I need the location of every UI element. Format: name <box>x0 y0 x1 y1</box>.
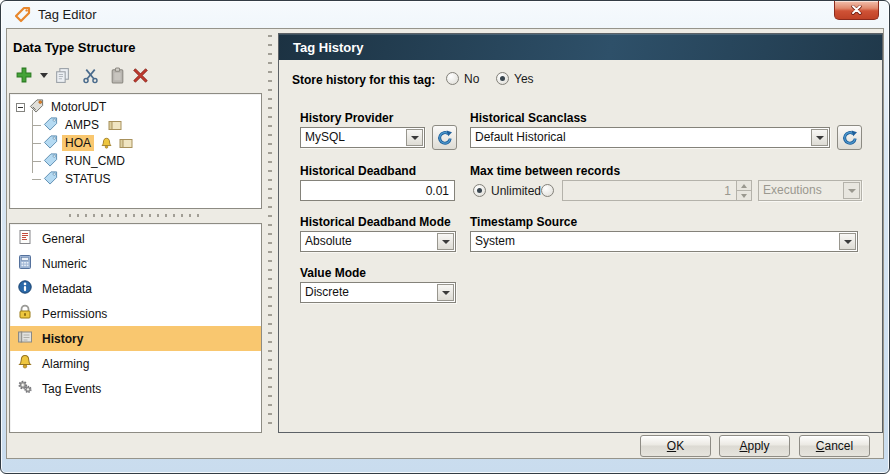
max-records-count-spinner[interactable]: 1 <box>562 180 752 201</box>
refresh-scanclasses-button[interactable] <box>837 125 862 150</box>
value-mode-label: Value Mode <box>300 266 366 280</box>
tree-item-label-selected: HOA <box>62 135 94 151</box>
chevron-down-icon[interactable] <box>839 233 856 250</box>
history-scroll-icon <box>119 137 133 150</box>
scissors-icon[interactable] <box>79 64 101 86</box>
data-type-tree[interactable]: MotorUDT AMPS HOA RUN_CMD STATUS <box>9 93 262 209</box>
add-tag-button[interactable] <box>13 64 35 86</box>
udt-tag-icon <box>29 98 44 116</box>
dialog-content: Data Type Structure <box>6 28 884 459</box>
sidebar-item-label: Alarming <box>42 357 89 371</box>
history-scroll-icon <box>108 119 122 132</box>
vertical-splitter[interactable] <box>268 35 272 430</box>
historical-deadband-label: Historical Deadband <box>300 164 416 178</box>
sidebar-item-general[interactable]: General <box>10 226 261 251</box>
tag-icon <box>43 152 58 170</box>
sidebar-item-label: Permissions <box>42 307 107 321</box>
historical-scanclass-select[interactable]: Default Historical <box>470 127 830 148</box>
historical-scanclass-value: Default Historical <box>471 128 810 147</box>
tree-connector <box>32 161 41 162</box>
paste-icon[interactable] <box>106 64 128 86</box>
history-provider-label: History Provider <box>300 111 393 125</box>
value-mode-select[interactable]: Discrete <box>300 282 456 303</box>
deadband-mode-select[interactable]: Absolute <box>300 231 456 252</box>
tag-history-form: Store history for this tag: No Yes Histo… <box>279 60 882 432</box>
sidebar-item-tag-events[interactable]: Tag Events <box>10 376 261 401</box>
tree-connector <box>32 179 41 180</box>
tree-connector <box>32 125 41 126</box>
tag-icon <box>43 170 58 188</box>
tree-item-status[interactable]: STATUS <box>43 170 114 188</box>
titlebar[interactable]: Tag Editor <box>1 1 889 28</box>
timestamp-source-label: Timestamp Source <box>470 215 577 229</box>
chevron-down-icon[interactable] <box>811 129 828 146</box>
delete-x-icon[interactable] <box>129 64 151 86</box>
tree-item-label: STATUS <box>62 171 114 187</box>
history-scroll-icon <box>17 329 33 348</box>
tree-connector <box>32 143 41 144</box>
tree-collapse-icon[interactable] <box>16 103 25 112</box>
deadband-mode-label: Historical Deadband Mode <box>300 215 451 229</box>
apply-button[interactable]: Apply <box>719 435 790 457</box>
tag-editor-window: Tag Editor Data Type Structure <box>0 0 890 474</box>
refresh-providers-button[interactable] <box>432 125 457 150</box>
sidebar-item-numeric[interactable]: Numeric <box>10 251 261 276</box>
sidebar-item-label: History <box>42 332 83 346</box>
timestamp-source-select[interactable]: System <box>470 231 858 252</box>
store-history-yes-label: Yes <box>514 72 534 86</box>
tag-icon <box>14 6 31 23</box>
horizontal-splitter[interactable] <box>69 214 205 217</box>
max-time-unlimited-radio[interactable] <box>473 184 486 197</box>
section-nav: General Numeric Metadata Permissions His… <box>9 223 262 433</box>
tag-icon <box>43 134 58 152</box>
tree-connector <box>32 110 33 173</box>
sidebar-item-permissions[interactable]: Permissions <box>10 301 261 326</box>
ok-button[interactable]: OK <box>640 435 711 457</box>
panel-title: Tag History <box>279 34 882 60</box>
max-time-units-select[interactable]: Executions <box>758 180 862 201</box>
sidebar-item-label: Numeric <box>42 257 87 271</box>
sidebar-item-alarming[interactable]: Alarming <box>10 351 261 376</box>
store-history-label: Store history for this tag: <box>292 73 435 87</box>
tag-icon <box>43 116 58 134</box>
info-icon <box>17 279 33 298</box>
chevron-down-icon[interactable] <box>437 233 454 250</box>
historical-scanclass-label: Historical Scanclass <box>470 111 587 125</box>
store-history-yes-radio[interactable] <box>496 72 509 85</box>
value-mode-value: Discrete <box>301 283 436 302</box>
tree-item-label: AMPS <box>62 117 102 133</box>
bell-icon <box>17 354 33 373</box>
calculator-icon <box>17 254 33 273</box>
tree-item-hoa[interactable]: HOA <box>43 134 133 152</box>
max-records-count-value: 1 <box>563 181 736 200</box>
max-time-label: Max time between records <box>470 164 620 178</box>
store-history-no-label: No <box>464 72 479 86</box>
add-dropdown-caret-icon[interactable] <box>38 64 50 86</box>
tag-history-panel: Tag History Store history for this tag: … <box>278 33 883 433</box>
gears-icon <box>17 379 33 398</box>
sidebar-item-metadata[interactable]: Metadata <box>10 276 261 301</box>
spinner-down-icon[interactable] <box>737 190 751 200</box>
lock-icon <box>17 304 33 323</box>
tree-item-root[interactable]: MotorUDT <box>16 98 109 116</box>
max-time-limited-radio[interactable] <box>541 184 554 197</box>
history-provider-value: MySQL <box>301 128 405 147</box>
sidebar-item-history[interactable]: History <box>10 326 261 351</box>
store-history-no-radio[interactable] <box>446 72 459 85</box>
chevron-down-icon[interactable] <box>437 284 454 301</box>
max-time-units-value: Executions <box>759 181 842 200</box>
timestamp-source-value: System <box>471 232 838 251</box>
tree-item-amps[interactable]: AMPS <box>43 116 122 134</box>
close-button[interactable] <box>834 1 879 20</box>
left-panel-title: Data Type Structure <box>13 40 136 55</box>
alarm-bell-icon <box>100 137 113 150</box>
tree-item-run-cmd[interactable]: RUN_CMD <box>43 152 128 170</box>
cancel-button[interactable]: Cancel <box>799 435 870 457</box>
history-provider-select[interactable]: MySQL <box>300 127 425 148</box>
spinner-up-icon[interactable] <box>737 181 751 190</box>
sidebar-item-label: Tag Events <box>42 382 101 396</box>
deadband-mode-value: Absolute <box>301 232 436 251</box>
chevron-down-icon[interactable] <box>406 129 423 146</box>
copy-icon[interactable] <box>51 64 73 86</box>
historical-deadband-input[interactable] <box>300 180 455 201</box>
